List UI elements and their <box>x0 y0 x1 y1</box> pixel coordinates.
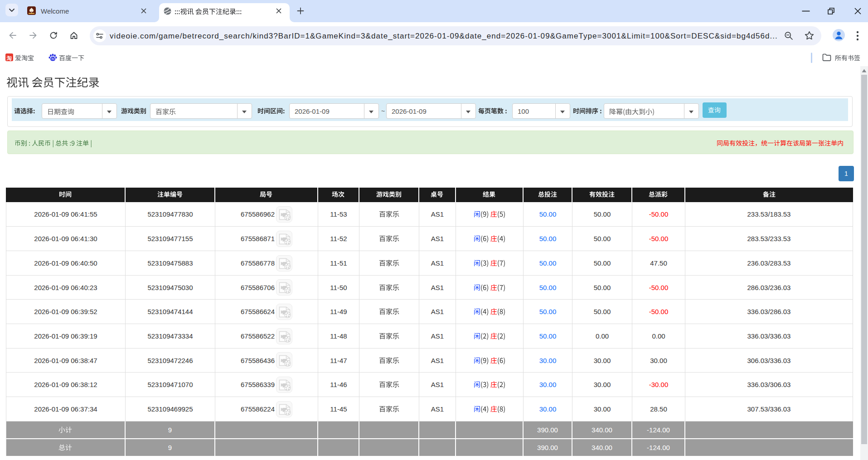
svg-text:du: du <box>51 57 55 60</box>
